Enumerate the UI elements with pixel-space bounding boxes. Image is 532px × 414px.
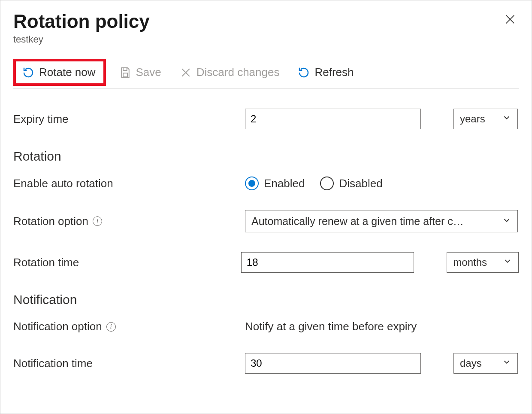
notification-option-label-text: Notification option <box>13 320 102 333</box>
notification-time-label: Notification time <box>13 357 245 370</box>
enable-auto-rotation-label: Enable auto rotation <box>13 177 245 190</box>
rotate-icon <box>22 66 35 79</box>
rotation-option-label: Rotation option i <box>13 215 245 228</box>
save-label: Save <box>136 66 161 79</box>
rotation-option-value: Automatically renew at a given time afte… <box>251 215 464 228</box>
save-icon <box>119 66 132 79</box>
svg-rect-2 <box>123 67 127 70</box>
notification-option-label: Notification option i <box>13 320 245 333</box>
refresh-icon <box>297 66 310 79</box>
rotation-time-input[interactable] <box>241 252 414 273</box>
expiry-time-unit-value: years <box>460 113 485 125</box>
radio-unselected-icon <box>320 177 334 190</box>
chevron-down-icon <box>502 215 511 228</box>
enabled-radio-label: Enabled <box>264 177 305 190</box>
refresh-label: Refresh <box>314 66 354 79</box>
expiry-time-label: Expiry time <box>13 113 245 126</box>
highlight-rotate-now: Rotate now <box>13 59 106 86</box>
close-button[interactable] <box>502 11 519 30</box>
disabled-radio-label: Disabled <box>339 177 382 190</box>
rotation-time-unit-value: months <box>453 256 487 268</box>
refresh-button[interactable]: Refresh <box>292 62 359 82</box>
info-icon[interactable]: i <box>106 322 116 332</box>
chevron-down-icon <box>503 256 512 268</box>
rotation-heading: Rotation <box>13 149 519 164</box>
rotation-option-select[interactable]: Automatically renew at a given time afte… <box>245 210 518 232</box>
notification-time-unit-value: days <box>460 357 482 369</box>
toolbar: Rotate now Save Discard changes Refresh <box>13 59 519 89</box>
svg-rect-3 <box>123 73 127 77</box>
discard-button: Discard changes <box>174 62 285 82</box>
notification-time-input[interactable] <box>245 353 421 374</box>
discard-label: Discard changes <box>196 66 280 79</box>
enabled-radio[interactable]: Enabled <box>245 177 305 190</box>
notification-heading: Notification <box>13 292 519 307</box>
rotation-time-unit-select[interactable]: months <box>447 252 519 273</box>
notification-time-unit-select[interactable]: days <box>453 353 518 374</box>
radio-selected-icon <box>245 177 259 190</box>
chevron-down-icon <box>502 113 511 125</box>
expiry-time-input[interactable] <box>245 109 421 129</box>
expiry-time-unit-select[interactable]: years <box>453 109 518 129</box>
notification-option-value: Notify at a given time before expiry <box>245 320 417 333</box>
close-icon <box>504 13 516 25</box>
info-icon[interactable]: i <box>93 216 102 226</box>
rotate-now-button[interactable]: Rotate now <box>17 62 101 82</box>
disabled-radio[interactable]: Disabled <box>320 177 382 190</box>
rotation-time-label: Rotation time <box>13 256 241 269</box>
auto-rotation-radio-group: Enabled Disabled <box>245 177 383 190</box>
page-subtitle: testkey <box>13 34 150 45</box>
page-title: Rotation policy <box>13 11 150 32</box>
rotation-option-label-text: Rotation option <box>13 215 88 228</box>
rotate-now-label: Rotate now <box>39 66 96 79</box>
chevron-down-icon <box>502 357 511 369</box>
save-button: Save <box>114 62 166 82</box>
discard-icon <box>179 66 192 79</box>
